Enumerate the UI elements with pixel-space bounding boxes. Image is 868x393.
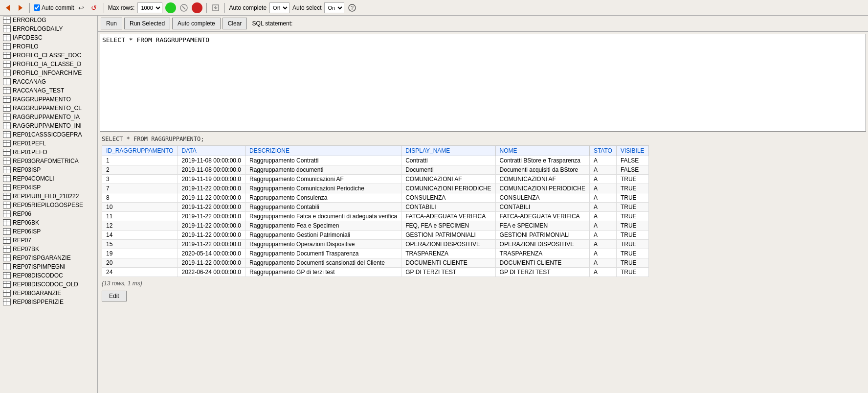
table-cell: TRUE xyxy=(616,184,648,193)
table-icon xyxy=(3,237,11,244)
run-sql-button[interactable]: Run xyxy=(101,18,122,29)
auto-complete-button[interactable]: Auto complete xyxy=(172,18,221,29)
auto-commit-checkbox-group: Auto commit xyxy=(34,4,74,11)
separator-2 xyxy=(104,3,104,13)
sidebar-item-label: RAGGRUPPAMENTO_IA xyxy=(13,114,80,120)
table-cell: 19 xyxy=(102,249,178,258)
stop-button-red[interactable] xyxy=(192,2,202,13)
sidebar-item[interactable]: PROFILO_IA_CLASSE_D xyxy=(0,60,97,69)
sidebar-item-label: REP04UBI_FIL0_210222 xyxy=(13,193,79,200)
rollback-icon[interactable]: ↺ xyxy=(90,3,100,13)
table-icon xyxy=(3,272,11,279)
sidebar-item[interactable]: ERRORLOGDAILY xyxy=(0,24,97,33)
table-icon xyxy=(3,246,11,253)
table-icon xyxy=(3,290,11,297)
export-icon[interactable] xyxy=(211,3,221,13)
results-table-wrapper: ID_RAGGRUPPAMENTODATADESCRIZIONEDISPLAY_… xyxy=(102,145,864,277)
sidebar-item[interactable]: REP08DISCODOC xyxy=(0,271,97,280)
auto-commit-label: Auto commit xyxy=(42,4,74,11)
table-cell: TRASPARENZA xyxy=(401,249,495,258)
sidebar-item[interactable]: PROFILO_CLASSE_DOC xyxy=(0,51,97,60)
sidebar-item[interactable]: REP08GARANZIE xyxy=(0,289,97,298)
sidebar-item[interactable]: REP07 xyxy=(0,236,97,245)
sidebar-item[interactable]: REP04ISP xyxy=(0,183,97,192)
help-icon[interactable]: ? xyxy=(347,3,357,13)
sidebar-item-label: REP08GARANZIE xyxy=(13,290,61,297)
table-cell: CONTABILI xyxy=(401,203,495,212)
sql-editor[interactable] xyxy=(100,34,866,132)
table-cell: A xyxy=(589,231,616,240)
sidebar-item-label: REP07ISPIMPEGNI xyxy=(13,263,66,270)
sidebar-item[interactable]: RAGGRUPPAMENTO_INI xyxy=(0,121,97,130)
clear-button[interactable]: Clear xyxy=(223,18,247,29)
table-cell: A xyxy=(589,156,616,165)
table-cell: 2019-11-22 00:00:00.0 xyxy=(178,231,245,240)
sidebar-item[interactable]: REP07BK xyxy=(0,245,97,254)
sidebar-item[interactable]: PROFILO_INFOARCHIVE xyxy=(0,69,97,77)
sidebar-item[interactable]: REP08DISCODOC_OLD xyxy=(0,280,97,289)
commit-icon[interactable]: ↩ xyxy=(77,3,87,13)
sidebar-item[interactable]: REP06BK xyxy=(0,218,97,227)
sidebar-item[interactable]: RAGGRUPPAMENTO xyxy=(0,95,97,104)
sidebar-item[interactable]: IAFCDESC xyxy=(0,33,97,42)
sidebar-item[interactable]: REP03ISP xyxy=(0,165,97,174)
table-icon xyxy=(3,17,11,23)
table-cell: Raggruppamento Documenti scansionati del… xyxy=(245,258,401,268)
sidebar-item[interactable]: ERRORLOG xyxy=(0,16,97,24)
sidebar-item[interactable]: REP04COMCLI xyxy=(0,174,97,183)
table-cell: A xyxy=(589,165,616,175)
table-icon xyxy=(3,228,11,235)
svg-text:↺: ↺ xyxy=(91,4,97,12)
run-button-green[interactable] xyxy=(165,2,176,13)
table-icon xyxy=(3,210,11,217)
forward-icon[interactable] xyxy=(16,3,25,13)
auto-select-select[interactable]: On Off xyxy=(324,2,344,13)
auto-commit-checkbox[interactable] xyxy=(34,4,40,11)
sidebar-item[interactable]: RACCANAG_TEST xyxy=(0,86,97,95)
table-icon xyxy=(3,34,11,41)
table-cell: 10 xyxy=(102,203,178,212)
results-area: SELECT * FROM RAGGRUPPAMENTO; ID_RAGGRUP… xyxy=(98,134,868,393)
results-query-display: SELECT * FROM RAGGRUPPAMENTO; xyxy=(102,136,864,142)
auto-select-label: Auto select xyxy=(292,4,321,11)
table-cell: FATCA-ADEGUATA VERIFICA xyxy=(495,212,589,221)
sidebar-item[interactable]: PROFILO xyxy=(0,42,97,51)
sidebar-item[interactable]: REP07ISPIMPEGNI xyxy=(0,262,97,271)
column-header: VISIBILE xyxy=(616,146,648,156)
max-rows-select[interactable]: 1000 500 100 5000 xyxy=(137,2,162,13)
sidebar-item[interactable]: REP04UBI_FIL0_210222 xyxy=(0,192,97,201)
table-cell: TRUE xyxy=(616,231,648,240)
column-header: ID_RAGGRUPPAMENTO xyxy=(102,146,178,156)
sidebar-item[interactable]: REP01CASSSICDGEPRA xyxy=(0,130,97,139)
sidebar-item[interactable]: REP03GRAFOMETRICA xyxy=(0,157,97,165)
auto-complete-select[interactable]: Off On xyxy=(269,2,289,13)
run-selected-button[interactable]: Run Selected xyxy=(124,18,170,29)
table-cell: 24 xyxy=(102,268,178,277)
back-icon[interactable] xyxy=(3,3,13,13)
sidebar-item[interactable]: REP05RIEPILOGOSPESE xyxy=(0,201,97,209)
sidebar-item[interactable]: RAGGRUPPAMENTO_CL xyxy=(0,104,97,113)
sidebar-item[interactable]: REP06 xyxy=(0,209,97,218)
sidebar-item-label: REP08DISCODOC xyxy=(13,272,63,279)
table-cell: 15 xyxy=(102,240,178,249)
table-cell: COMUNICAZIONI PERIODICHE xyxy=(495,184,589,193)
sidebar-item[interactable]: REP01PEFO xyxy=(0,148,97,157)
sidebar-item[interactable]: REP08ISPPERIZIE xyxy=(0,298,97,306)
table-icon xyxy=(3,61,11,68)
sidebar-item[interactable]: RAGGRUPPAMENTO_IA xyxy=(0,113,97,121)
table-icon xyxy=(3,299,11,305)
sidebar-item-label: ERRORLOG xyxy=(13,17,46,23)
column-header: STATO xyxy=(589,146,616,156)
svg-marker-1 xyxy=(19,5,22,11)
sidebar-item[interactable]: REP01PEFL xyxy=(0,139,97,148)
sidebar-item[interactable]: REP07ISPGARANZIE xyxy=(0,254,97,262)
sidebar-item[interactable]: RACCANAG xyxy=(0,77,97,86)
sidebar-item-label: REP01CASSSICDGEPRA xyxy=(13,131,82,138)
sidebar-item-label: REP07 xyxy=(13,237,31,244)
stop-query-icon[interactable] xyxy=(179,3,189,13)
svg-marker-0 xyxy=(6,5,10,11)
sidebar-item[interactable]: REP06ISP xyxy=(0,227,97,236)
edit-button[interactable]: Edit xyxy=(102,291,127,301)
separator-3 xyxy=(206,3,207,13)
table-cell: TRUE xyxy=(616,203,648,212)
